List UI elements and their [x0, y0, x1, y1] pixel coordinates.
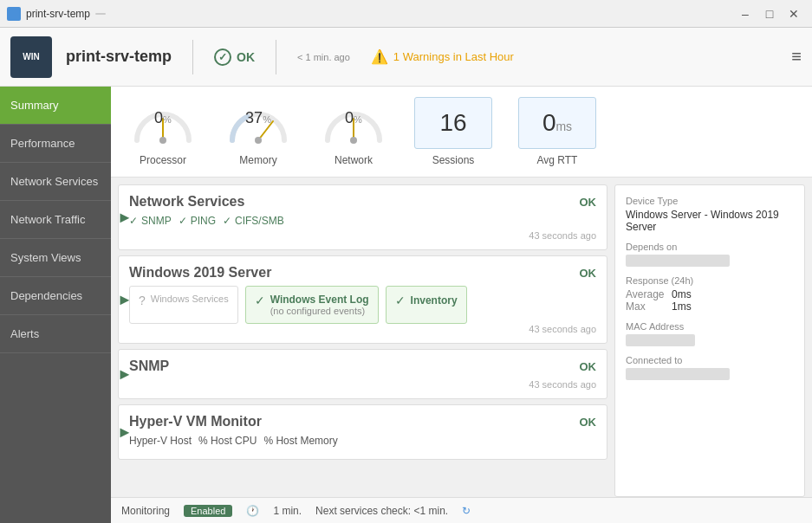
- sub-inventory: ✓ Inventory: [386, 286, 467, 324]
- panel-arrow-ns: ►: [117, 209, 133, 227]
- tag-hv-host: Hyper-V Host: [129, 435, 192, 447]
- sidebar-item-network-services[interactable]: Network Services: [0, 163, 111, 201]
- event-log-sub: (no configured events): [270, 306, 369, 316]
- next-check-text: Next services check: <1 min.: [315, 505, 448, 517]
- right-panel: Device Type Windows Server - Windows 201…: [614, 184, 805, 497]
- network-services-panel: ► Network Services OK ✓ SNMP ✓ PING ✓ CI…: [118, 184, 607, 250]
- separator2: [276, 40, 276, 74]
- avg-rtt-label: Avg RTT: [537, 154, 578, 166]
- sessions-label: Sessions: [432, 154, 475, 166]
- sidebar-item-alerts[interactable]: Alerts: [0, 315, 111, 353]
- window-title: print-srv-temp: [26, 8, 90, 20]
- title-bar: print-srv-temp – □ ✕: [0, 0, 812, 28]
- ns-tags: ✓ SNMP ✓ PING ✓ CIFS/SMB: [129, 215, 596, 227]
- hyperv-panel: ► Hyper-V VM Monitor OK Hyper-V Host % H…: [118, 404, 607, 460]
- avg-rtt-value: 0ms: [542, 111, 572, 135]
- content-area: 0% Processor 37%: [111, 87, 812, 523]
- gauge-svg-network: 0%: [319, 97, 388, 149]
- depends-on-value: [626, 255, 730, 267]
- hv-status: OK: [580, 416, 597, 429]
- tag-ping: ✓ PING: [179, 215, 216, 227]
- avg-label: Average: [626, 288, 665, 300]
- check-circle-icon: ✓: [214, 48, 231, 66]
- sidebar-item-summary[interactable]: Summary: [0, 87, 111, 125]
- status-text: OK: [237, 50, 255, 64]
- check-icon-el: ✓: [255, 294, 265, 307]
- gauge-svg-memory: 37%: [224, 97, 293, 149]
- metric-avg-rtt: 0ms Avg RTT: [518, 97, 596, 166]
- gauge-memory: 37% Memory: [224, 97, 293, 166]
- windows-services-label: Windows Services: [151, 294, 229, 304]
- header-menu-button[interactable]: ≡: [791, 47, 802, 67]
- sidebar-item-dependencies[interactable]: Dependencies: [0, 277, 111, 315]
- device-icon: WIN: [10, 36, 52, 78]
- minimize-button[interactable]: –: [734, 3, 757, 25]
- sidebar-item-network-traffic[interactable]: Network Traffic: [0, 201, 111, 239]
- device-name: print-srv-temp: [66, 48, 172, 66]
- max-value: 1ms: [672, 300, 692, 313]
- response-label: Response (24h): [626, 275, 794, 286]
- processor-value: 0%: [154, 109, 172, 127]
- gauge-svg-processor: 0%: [128, 97, 198, 149]
- panel-arrow-snmp: ►: [117, 365, 133, 384]
- svg-point-3: [255, 137, 262, 144]
- memory-value: 37%: [245, 109, 271, 127]
- avg-rtt-unit: ms: [555, 119, 572, 133]
- metric-sessions: 16 Sessions: [414, 97, 492, 166]
- title-bar-left: print-srv-temp: [7, 7, 106, 21]
- mac-label: MAC Address: [626, 321, 794, 332]
- clock-icon: 🕐: [246, 505, 259, 517]
- sidebar-item-performance[interactable]: Performance: [0, 125, 111, 163]
- scroll-content: ► Network Services OK ✓ SNMP ✓ PING ✓ CI…: [111, 178, 812, 497]
- header-bar: WIN print-srv-temp ✓ OK < 1 min. ago ⚠️ …: [0, 28, 812, 87]
- gauge-network: 0% Network: [319, 97, 388, 166]
- warning-text: ⚠️ 1 Warnings in Last Hour: [371, 48, 514, 65]
- max-label: Max: [626, 300, 665, 313]
- processor-label: Processor: [140, 154, 186, 166]
- maximize-button[interactable]: □: [758, 3, 781, 25]
- ws-status: OK: [580, 267, 597, 280]
- ns-title: Network Services: [129, 194, 596, 210]
- mac-value: [626, 334, 695, 346]
- network-label: Network: [335, 154, 373, 166]
- snmp-status: OK: [580, 360, 597, 373]
- separator: [192, 40, 193, 74]
- device-type-value: Windows Server - Windows 2019 Server: [626, 209, 794, 233]
- close-button[interactable]: ✕: [783, 3, 805, 25]
- response-max-row: Max 1ms: [626, 300, 794, 313]
- response-avg-row: Average 0ms: [626, 288, 794, 300]
- windows-server-panel: ► Windows 2019 Server OK ? Windows Servi…: [118, 255, 607, 344]
- ws-time: 43 seconds ago: [129, 324, 596, 334]
- left-panels: ► Network Services OK ✓ SNMP ✓ PING ✓ CI…: [118, 184, 607, 497]
- connected-label: Connected to: [626, 355, 794, 365]
- avg-rtt-box: 0ms: [518, 97, 596, 149]
- ws-sub-services: ? Windows Services ✓ Windows Event Log (…: [129, 286, 596, 324]
- sidebar: Summary Performance Network Services Net…: [0, 87, 111, 523]
- app-icon: [7, 7, 21, 21]
- memory-label: Memory: [239, 154, 276, 166]
- snmp-title: SNMP: [129, 358, 596, 374]
- network-value: 0%: [345, 109, 362, 127]
- warning-icon: ⚠️: [371, 48, 388, 65]
- bottom-bar: Monitoring Enabled 🕐 1 min. Next service…: [111, 497, 812, 523]
- tag-cifs: ✓ CIFS/SMB: [223, 215, 284, 227]
- tag-snmp: ✓ SNMP: [129, 215, 172, 227]
- monitoring-label: Monitoring: [121, 505, 170, 517]
- panel-arrow-hv: ►: [117, 423, 133, 442]
- svg-point-1: [159, 137, 166, 144]
- event-log-title: Windows Event Log: [270, 294, 369, 306]
- sub-windows-services: ? Windows Services: [129, 286, 238, 324]
- sidebar-item-system-views[interactable]: System Views: [0, 239, 111, 277]
- connected-value: [626, 368, 730, 380]
- snmp-time: 43 seconds ago: [129, 379, 596, 390]
- refresh-icon[interactable]: ↻: [462, 505, 471, 517]
- enabled-badge: Enabled: [184, 505, 232, 517]
- interval-value: 1 min.: [273, 505, 302, 517]
- time-ago: < 1 min. ago: [297, 52, 350, 62]
- title-tag: [95, 13, 106, 15]
- question-icon: ?: [139, 294, 146, 307]
- tag-hv-cpu: % Host CPU: [198, 435, 257, 447]
- hv-tags: Hyper-V Host % Host CPU % Host Memory: [129, 435, 596, 447]
- snmp-panel: ► SNMP OK 43 seconds ago: [118, 349, 607, 399]
- tag-hv-mem: % Host Memory: [263, 435, 337, 447]
